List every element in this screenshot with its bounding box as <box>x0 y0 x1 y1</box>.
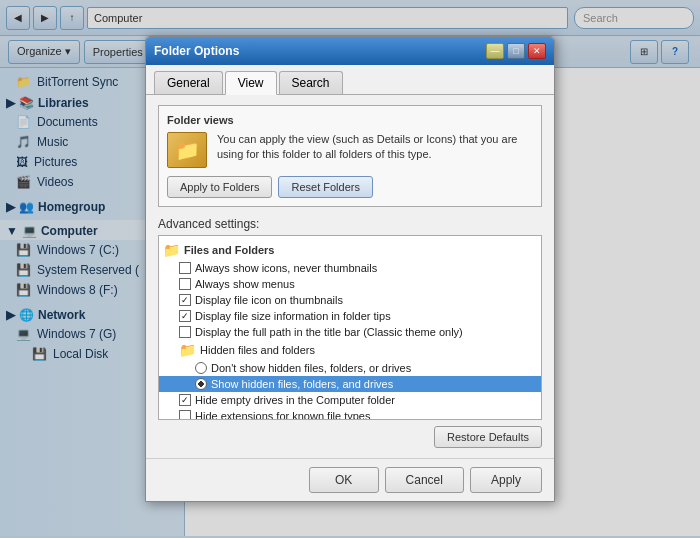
tab-general[interactable]: General <box>154 71 223 94</box>
titlebar-buttons: — □ ✕ <box>486 43 546 59</box>
folder-views-label: Folder views <box>167 114 533 126</box>
checkbox-display-fullpath[interactable] <box>179 326 191 338</box>
minimize-button[interactable]: — <box>486 43 504 59</box>
ok-button[interactable]: OK <box>309 467 379 493</box>
reset-folders-button[interactable]: Reset Folders <box>278 176 372 198</box>
settings-always-show-icons[interactable]: Always show icons, never thumbnails <box>159 260 541 276</box>
radio-dont-show-hidden[interactable] <box>195 362 207 374</box>
settings-hide-extensions[interactable]: Hide extensions for known file types <box>159 408 541 420</box>
radio-show-hidden[interactable] <box>195 378 207 390</box>
tab-view[interactable]: View <box>225 71 277 95</box>
settings-display-fullpath[interactable]: Display the full path in the title bar (… <box>159 324 541 340</box>
restore-defaults-row: Restore Defaults <box>158 426 542 448</box>
checkbox-always-show-menus[interactable] <box>179 278 191 290</box>
advanced-settings-section: Advanced settings: 📁 Files and Folders A… <box>158 217 542 448</box>
explorer-window: ◀ ▶ ↑ Computer Search Organize ▾ Propert… <box>0 0 700 538</box>
folder-hidden-icon: 📁 <box>179 342 196 358</box>
folder-options-dialog: Folder Options — □ ✕ General View Search <box>145 36 555 502</box>
checkbox-always-show-icons[interactable] <box>179 262 191 274</box>
folder-views-description: You can apply the view (such as Details … <box>217 132 533 163</box>
tab-search[interactable]: Search <box>279 71 343 94</box>
maximize-button[interactable]: □ <box>507 43 525 59</box>
settings-show-hidden[interactable]: Show hidden files, folders, and drives <box>159 376 541 392</box>
dialog-overlay: Folder Options — □ ✕ General View Search <box>0 0 700 538</box>
dialog-titlebar: Folder Options — □ ✕ <box>146 37 554 65</box>
folder-expand-icon: 📁 <box>163 242 180 258</box>
restore-defaults-button[interactable]: Restore Defaults <box>434 426 542 448</box>
settings-display-filesize[interactable]: Display file size information in folder … <box>159 308 541 324</box>
settings-hidden-files: 📁 Hidden files and folders <box>159 340 541 360</box>
apply-to-folders-button[interactable]: Apply to Folders <box>167 176 272 198</box>
checkbox-hide-empty-drives[interactable] <box>179 394 191 406</box>
folder-views-info: You can apply the view (such as Details … <box>217 132 533 163</box>
settings-files-and-folders: 📁 Files and Folders <box>159 240 541 260</box>
checkbox-hide-extensions[interactable] <box>179 410 191 420</box>
apply-button[interactable]: Apply <box>470 467 542 493</box>
advanced-label: Advanced settings: <box>158 217 542 231</box>
folder-sample-icon: 📁 <box>167 132 207 168</box>
settings-hide-empty-drives[interactable]: Hide empty drives in the Computer folder <box>159 392 541 408</box>
dialog-body: Folder views 📁 You can apply the view (s… <box>146 95 554 458</box>
settings-always-show-menus[interactable]: Always show menus <box>159 276 541 292</box>
folder-views-content: 📁 You can apply the view (such as Detail… <box>167 132 533 168</box>
settings-dont-show-hidden[interactable]: Don't show hidden files, folders, or dri… <box>159 360 541 376</box>
dialog-title: Folder Options <box>154 44 239 58</box>
checkbox-display-filesize[interactable] <box>179 310 191 322</box>
settings-display-file-icon[interactable]: Display file icon on thumbnails <box>159 292 541 308</box>
dialog-footer: OK Cancel Apply <box>146 458 554 501</box>
close-button[interactable]: ✕ <box>528 43 546 59</box>
dialog-tabs: General View Search <box>146 65 554 95</box>
checkbox-display-file-icon[interactable] <box>179 294 191 306</box>
folder-views-section: Folder views 📁 You can apply the view (s… <box>158 105 542 207</box>
folder-views-buttons: Apply to Folders Reset Folders <box>167 176 533 198</box>
cancel-button[interactable]: Cancel <box>385 467 464 493</box>
settings-list[interactable]: 📁 Files and Folders Always show icons, n… <box>158 235 542 420</box>
